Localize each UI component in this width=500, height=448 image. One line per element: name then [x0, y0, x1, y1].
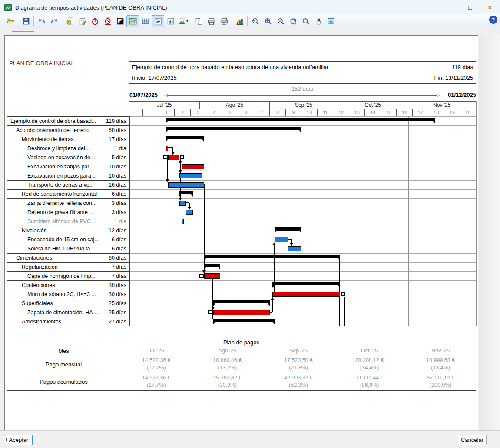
- maximize-button[interactable]: □: [460, 0, 480, 14]
- toolbar-gripper[interactable]: [12, 31, 34, 32]
- close-button[interactable]: ×: [480, 0, 500, 14]
- cancel-button[interactable]: Cancelar: [458, 435, 487, 445]
- toolbar-separator: [18, 16, 18, 26]
- scale-line: [167, 95, 437, 96]
- report-settings-icon[interactable]: [63, 15, 76, 27]
- plan-title: PLAN DE OBRA INICIAL: [9, 60, 74, 66]
- scale-arrow-left-icon: ◁: [164, 92, 167, 98]
- toolbar-separator: [232, 16, 232, 26]
- timer-icon[interactable]: [89, 15, 101, 27]
- right-scroll-area: [479, 35, 500, 430]
- contrast-icon[interactable]: [114, 15, 126, 27]
- chart-colorful-icon[interactable]: [233, 15, 246, 27]
- grid-view-icon[interactable]: [139, 15, 152, 27]
- print-color-icon[interactable]: [218, 15, 230, 27]
- zoom-window-icon[interactable]: [299, 15, 312, 27]
- project-end: Fin: 13/11/2025: [434, 75, 473, 81]
- open-folder-icon[interactable]: [4, 15, 17, 27]
- redo-icon[interactable]: [48, 15, 60, 27]
- scale-end-date: 01/12/2025: [441, 92, 476, 98]
- properties-icon[interactable]: [76, 15, 89, 27]
- help-icon[interactable]: ?: [489, 16, 497, 24]
- fit-window-icon[interactable]: [325, 15, 337, 27]
- pan-hand-icon[interactable]: [312, 15, 325, 27]
- toolbar-separator: [33, 16, 34, 26]
- map-view-icon[interactable]: [126, 15, 139, 27]
- project-info-box: Ejemplo de control de obra basado en la …: [129, 61, 476, 84]
- toolbar-separator: [247, 16, 248, 26]
- save-icon[interactable]: [20, 15, 32, 27]
- window-title: Diagrama de tiempos-actividades (PLAN DE…: [15, 4, 167, 11]
- toolbar: ▾×2: [0, 14, 500, 28]
- toolbar-separator: [191, 16, 191, 26]
- minimize-button[interactable]: —: [441, 0, 460, 14]
- zoom-extents-icon[interactable]: [262, 15, 274, 27]
- scale-arrow-right-icon: ▷: [437, 92, 440, 98]
- zoom-previous-icon[interactable]: [249, 15, 262, 27]
- project-duration: 119 días: [452, 64, 473, 70]
- copy-icon[interactable]: [192, 15, 205, 27]
- vertical-scrollbar[interactable]: [483, 43, 483, 413]
- focus-ring: [6, 436, 31, 444]
- title-bar: Diagrama de tiempos-actividades (PLAN DE…: [0, 0, 500, 14]
- accept-button[interactable]: Aceptar: [5, 435, 33, 445]
- scale-span-label: 153 días: [261, 86, 344, 92]
- app-icon: [4, 4, 12, 11]
- dropdown-arrow-icon[interactable]: ▾: [186, 19, 188, 23]
- export-image-icon[interactable]: ▾: [177, 15, 189, 27]
- project-title: Ejemplo de control de obra basado en la …: [132, 64, 328, 70]
- project-start: Inicio: 17/07/2025: [132, 75, 177, 81]
- timer-scale-icon[interactable]: [101, 15, 114, 27]
- app-window: Diagrama de tiempos-actividades (PLAN DE…: [0, 0, 500, 448]
- scale-start-date: 01/07/2025: [129, 92, 158, 98]
- toolbar-lower-strip: [0, 28, 500, 35]
- dialog-button-bar: Aceptar Cancelar: [0, 430, 500, 448]
- diagram-panel: [4, 35, 478, 430]
- zoom-x2-icon[interactable]: ×2: [274, 15, 287, 27]
- svg-text:×2: ×2: [278, 19, 283, 23]
- print-icon[interactable]: [205, 15, 218, 27]
- gantt-view-icon[interactable]: [152, 15, 164, 27]
- undo-icon[interactable]: [35, 15, 48, 27]
- chart-view-icon[interactable]: [164, 15, 177, 27]
- toolbar-separator: [62, 16, 62, 26]
- redraw-icon[interactable]: [287, 15, 299, 27]
- cancel-button-label: Cancelar: [461, 437, 483, 443]
- window-controls: — □ ×: [441, 0, 500, 14]
